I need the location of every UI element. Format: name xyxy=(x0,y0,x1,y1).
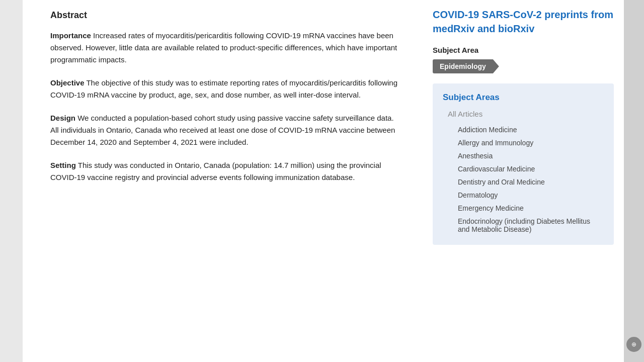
objective-label: Objective xyxy=(50,78,85,87)
scroll-indicator[interactable]: ⊕ xyxy=(626,337,641,352)
design-text: We conducted a population-based cohort s… xyxy=(50,114,395,146)
subject-list-item[interactable]: Endocrinology (including Diabetes Mellit… xyxy=(443,215,604,236)
epidemiology-badge[interactable]: Epidemiology xyxy=(433,59,499,73)
design-label: Design xyxy=(50,114,75,122)
subject-list-item[interactable]: Anesthesia xyxy=(443,149,604,162)
article-section: Abstract Importance Increased rates of m… xyxy=(23,0,423,362)
abstract-paragraph-importance: Importance Increased rates of myocarditi… xyxy=(50,30,403,66)
subject-list-item-dentistry[interactable]: Dentistry and Oral Medicine xyxy=(443,175,604,189)
objective-text: The objective of this study was to estim… xyxy=(50,78,397,99)
abstract-heading: Abstract xyxy=(50,10,403,21)
main-content: Abstract Importance Increased rates of m… xyxy=(23,0,624,362)
setting-text: This study was conducted in Ontario, Can… xyxy=(50,161,381,182)
abstract-paragraph-setting: Setting This study was conducted in Onta… xyxy=(50,159,403,184)
left-sidebar xyxy=(0,0,23,362)
subject-areas-box: Subject Areas All Articles Addiction Med… xyxy=(433,83,614,245)
subject-list-item[interactable]: Dermatology xyxy=(443,189,604,202)
subject-list-item[interactable]: Cardiovascular Medicine xyxy=(443,162,604,175)
subject-area-label: Subject Area xyxy=(433,46,614,54)
abstract-paragraph-design: Design We conducted a population-based c… xyxy=(50,112,403,148)
epidemiology-text: Epidemiology xyxy=(440,62,486,70)
importance-text: Increased rates of myocarditis/pericardi… xyxy=(50,31,397,64)
covid-title: COVID-19 SARS-CoV-2 preprints from medRx… xyxy=(433,8,614,36)
abstract-paragraph-objective: Objective The objective of this study wa… xyxy=(50,77,403,101)
subject-list-item-emergency[interactable]: Emergency Medicine xyxy=(443,202,604,215)
subject-list-item[interactable]: Allergy and Immunology xyxy=(443,136,604,149)
right-panel: COVID-19 SARS-CoV-2 preprints from medRx… xyxy=(423,0,624,362)
page-wrapper: Abstract Importance Increased rates of m… xyxy=(0,0,644,362)
importance-label: Importance xyxy=(50,31,91,40)
all-articles-label[interactable]: All Articles xyxy=(443,110,604,118)
right-border: ⊕ xyxy=(624,0,644,362)
setting-label: Setting xyxy=(50,161,76,169)
subject-list: Addiction Medicine Allergy and Immunolog… xyxy=(443,123,604,236)
subject-areas-heading: Subject Areas xyxy=(443,93,604,103)
subject-list-item[interactable]: Addiction Medicine xyxy=(443,123,604,136)
